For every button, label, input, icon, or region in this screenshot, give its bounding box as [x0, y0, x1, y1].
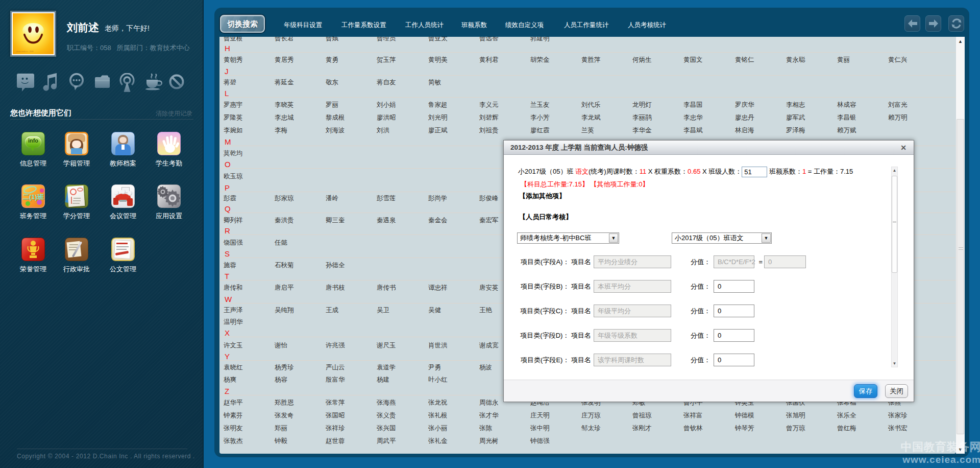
- svg-text:photo.smile.cn - 2008: photo.smile.cn - 2008: [16, 51, 34, 53]
